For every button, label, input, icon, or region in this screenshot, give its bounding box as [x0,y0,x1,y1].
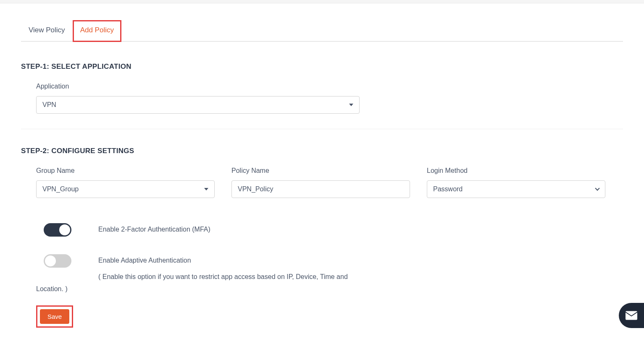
help-bubble-button[interactable] [619,303,644,328]
login-method-value: Password [433,185,463,193]
login-method-label: Login Method [427,167,605,175]
policy-name-label: Policy Name [231,167,410,175]
step1-header: STEP-1: SELECT APPLICATION [21,63,623,71]
caret-down-icon [349,104,353,106]
tab-view-policy[interactable]: View Policy [21,20,73,41]
login-method-select[interactable]: Password [427,180,605,198]
adaptive-toggle-label: Enable Adaptive Authentication [98,256,608,265]
tab-add-policy[interactable]: Add Policy [73,20,121,42]
save-highlight: Save [36,305,73,328]
adaptive-description: ( Enable this option if you want to rest… [36,271,608,295]
policy-name-input[interactable] [231,180,410,198]
mfa-toggle-label: Enable 2-Factor Authentication (MFA) [98,225,608,234]
mfa-toggle[interactable] [44,223,71,237]
application-label: Application [36,83,608,90]
top-divider [0,0,644,3]
toggle-knob [59,224,70,235]
mail-icon [626,311,637,320]
chevron-down-icon [595,186,599,190]
save-button[interactable]: Save [40,309,69,324]
adaptive-toggle[interactable] [44,254,71,268]
caret-down-icon [204,188,208,190]
toggle-knob [45,255,56,266]
application-select[interactable]: VPN [36,96,360,114]
group-name-value: VPN_Group [42,185,79,193]
group-name-label: Group Name [36,167,215,175]
step2-header: STEP-2: CONFIGURE SETTINGS [21,147,623,155]
group-name-select[interactable]: VPN_Group [36,180,215,198]
application-select-value: VPN [42,101,56,109]
policy-tabs: View Policy Add Policy [21,20,623,42]
